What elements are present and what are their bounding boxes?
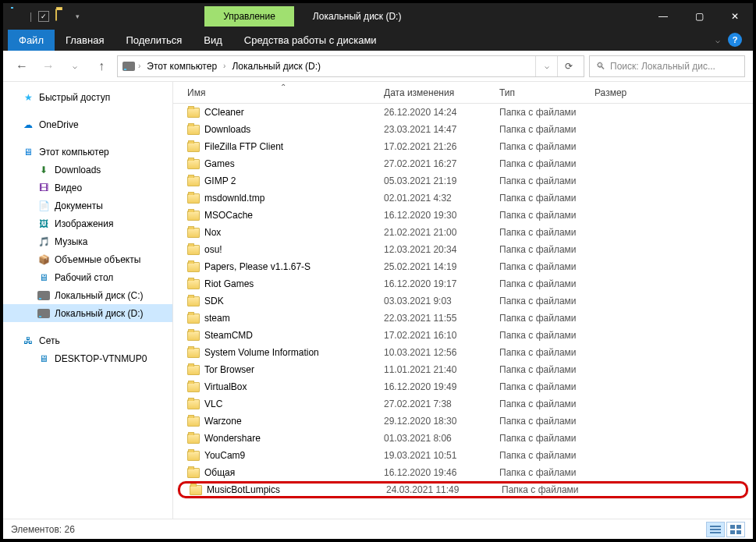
window-title: Локальный диск (D:): [294, 6, 421, 27]
file-row[interactable]: Downloads23.03.2021 14:47Папка с файлами: [183, 121, 753, 138]
folder-icon: [187, 211, 200, 221]
qat-checkbox-icon[interactable]: ✓: [38, 11, 49, 22]
file-type-cell: Папка с файлами: [499, 210, 595, 221]
file-date-cell: 29.12.2020 18:30: [384, 416, 499, 427]
chevron-right-icon[interactable]: ›: [138, 62, 140, 70]
file-type-cell: Папка с файлами: [499, 261, 595, 272]
qat-overflow-icon[interactable]: ▾: [76, 12, 80, 20]
file-name-cell: VirtualBox: [183, 381, 384, 392]
file-row[interactable]: Wondershare01.03.2021 8:06Папка с файлам…: [183, 430, 753, 447]
refresh-button[interactable]: ⟳: [557, 56, 579, 76]
file-row[interactable]: Papers, Please v1.1.67-S25.02.2021 14:19…: [183, 258, 753, 275]
music-icon: 🎵: [37, 236, 50, 248]
folder-icon: [187, 365, 200, 375]
folder-icon: [187, 331, 200, 341]
file-row[interactable]: SDK03.03.2021 9:03Папка с файлами: [183, 292, 753, 310]
downloads-icon: ⬇: [37, 164, 50, 176]
file-row[interactable]: CCleaner26.12.2020 14:24Папка с файлами: [183, 104, 753, 121]
file-row[interactable]: Общая16.12.2020 19:46Папка с файлами: [183, 464, 753, 481]
maximize-button[interactable]: ▢: [681, 3, 717, 29]
address-dropdown-icon[interactable]: ⌵: [535, 56, 557, 76]
forward-button[interactable]: →: [37, 55, 59, 77]
col-header-date[interactable]: Дата изменения: [384, 87, 499, 98]
nav-disk-d[interactable]: Локальный диск (D:): [3, 304, 172, 322]
file-row[interactable]: MusicBotLumpics24.03.2021 11:49Папка с ф…: [178, 481, 748, 498]
file-row[interactable]: System Volume Information10.03.2021 12:5…: [183, 344, 753, 361]
tab-file[interactable]: Файл: [8, 30, 55, 51]
file-date-cell: 01.03.2021 8:06: [384, 433, 499, 444]
folder-icon: [190, 485, 202, 495]
file-row[interactable]: steam22.03.2021 11:55Папка с файлами: [183, 310, 753, 327]
file-type-cell: Папка с файлами: [499, 193, 595, 204]
back-button[interactable]: ←: [11, 55, 33, 77]
nav-pictures[interactable]: 🖼Изображения: [3, 214, 172, 232]
file-row[interactable]: Tor Browser11.01.2021 21:40Папка с файла…: [183, 361, 753, 378]
nav-desktop[interactable]: 🖥Рабочий стол: [3, 268, 172, 286]
file-date-cell: 16.12.2020 19:17: [384, 278, 499, 289]
file-list-pane: ⌃Имя Дата изменения Тип Размер CCleaner2…: [173, 82, 753, 519]
tab-view[interactable]: Вид: [193, 30, 233, 51]
disk-icon: [37, 289, 50, 302]
col-header-type[interactable]: Тип: [499, 87, 595, 98]
close-button[interactable]: ✕: [717, 3, 753, 29]
file-row[interactable]: Nox21.02.2021 21:00Папка с файлами: [183, 224, 753, 241]
ribbon-context-tab[interactable]: Управление: [204, 6, 294, 27]
file-row[interactable]: GIMP 205.03.2021 21:19Папка с файлами: [183, 172, 753, 190]
nav-documents[interactable]: 📄Документы: [3, 197, 172, 214]
file-list[interactable]: CCleaner26.12.2020 14:24Папка с файламиD…: [173, 104, 753, 519]
nav-network-pc[interactable]: 🖥DESKTOP-VTNMUP0: [3, 349, 172, 367]
file-row[interactable]: VLC27.02.2021 7:38Папка с файлами: [183, 395, 753, 413]
file-row[interactable]: osu!12.03.2021 20:34Папка с файлами: [183, 241, 753, 258]
file-row[interactable]: Games27.02.2021 16:27Папка с файлами: [183, 155, 753, 172]
view-details-button[interactable]: [706, 522, 725, 537]
icons-view-icon: [730, 525, 741, 534]
file-row[interactable]: SteamCMD17.02.2021 16:10Папка с файлами: [183, 327, 753, 344]
view-large-icons-button[interactable]: [726, 522, 745, 537]
help-icon[interactable]: ?: [728, 33, 742, 47]
chevron-right-icon[interactable]: ›: [223, 62, 225, 70]
file-row[interactable]: YouCam919.03.2021 10:51Папка с файлами: [183, 447, 753, 464]
nav-network[interactable]: 🖧Сеть: [3, 331, 172, 349]
recent-dropdown-icon[interactable]: ⌵: [64, 55, 86, 77]
crumb-thispc[interactable]: Этот компьютер: [144, 59, 220, 73]
folder-icon: [187, 399, 200, 409]
file-name-cell: Общая: [183, 467, 384, 478]
file-row[interactable]: Warzone29.12.2020 18:30Папка с файлами: [183, 413, 753, 430]
minimize-button[interactable]: —: [645, 3, 681, 29]
file-type-cell: Папка с файлами: [499, 278, 595, 289]
nav-onedrive[interactable]: ☁OneDrive: [3, 115, 172, 133]
col-header-size[interactable]: Размер: [595, 87, 665, 98]
nav-this-pc[interactable]: 🖥Этот компьютер: [3, 143, 172, 161]
nav-3d-objects[interactable]: 📦Объемные объекты: [3, 250, 172, 268]
svg-rect-4: [736, 525, 741, 529]
tab-drive-tools[interactable]: Средства работы с дисками: [233, 30, 388, 51]
nav-quick-access[interactable]: ★Быстрый доступ: [3, 88, 172, 106]
file-row[interactable]: MSOCache16.12.2020 19:30Папка с файлами: [183, 207, 753, 224]
nav-disk-c[interactable]: Локальный диск (C:): [3, 286, 172, 304]
file-row[interactable]: Riot Games16.12.2020 19:17Папка с файлам…: [183, 275, 753, 292]
breadcrumb[interactable]: › Этот компьютер › Локальный диск (D:) ⌵…: [117, 55, 584, 77]
file-name-cell: Downloads: [183, 124, 384, 135]
nav-music[interactable]: 🎵Музыка: [3, 232, 172, 250]
folder-icon: [187, 108, 200, 118]
ribbon-expand-icon[interactable]: ⌵: [715, 36, 720, 44]
disk-icon: [37, 307, 50, 320]
file-row[interactable]: FileZilla FTP Client17.02.2021 21:26Папк…: [183, 138, 753, 155]
file-row[interactable]: msdownld.tmp02.01.2021 4:32Папка с файла…: [183, 190, 753, 207]
col-header-name[interactable]: ⌃Имя: [183, 87, 384, 98]
file-date-cell: 21.02.2021 21:00: [384, 227, 499, 238]
file-name-cell: YouCam9: [183, 450, 384, 461]
crumb-drive-d[interactable]: Локальный диск (D:): [229, 59, 324, 73]
file-date-cell: 16.12.2020 19:49: [384, 381, 499, 392]
nav-downloads[interactable]: ⬇Downloads: [3, 161, 172, 179]
folder-icon: [187, 348, 200, 358]
tab-share[interactable]: Поделиться: [115, 30, 193, 51]
file-type-cell: Папка с файлами: [499, 347, 595, 358]
file-row[interactable]: VirtualBox16.12.2020 19:49Папка с файлам…: [183, 378, 753, 395]
tab-home[interactable]: Главная: [55, 30, 115, 51]
file-type-cell: Папка с файлами: [499, 467, 595, 478]
up-button[interactable]: ↑: [91, 55, 112, 77]
nav-videos[interactable]: 🎞Видео: [3, 179, 172, 197]
qat-folder-icon[interactable]: [55, 9, 69, 23]
search-input[interactable]: 🔍︎ Поиск: Локальный дис...: [589, 55, 745, 77]
